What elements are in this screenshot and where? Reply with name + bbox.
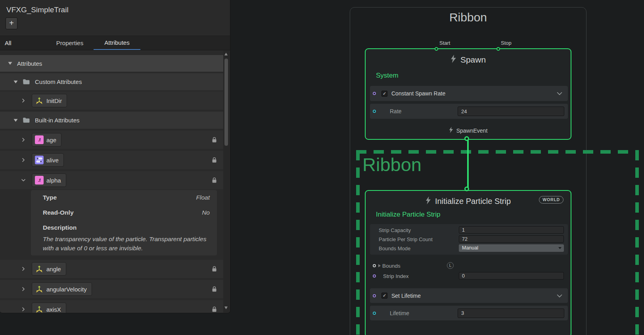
attribute-pill[interactable]: .f age bbox=[32, 133, 61, 147]
vector-type-icon bbox=[35, 96, 44, 105]
spawn-event-row: SpawnEvent bbox=[366, 127, 571, 134]
init-settings-box: Strip Capacity Particle Per Strip Count … bbox=[370, 224, 568, 255]
foldout-open-icon[interactable] bbox=[13, 119, 18, 122]
scrollbar-track[interactable] bbox=[223, 50, 229, 312]
chevron-down-icon[interactable] bbox=[557, 292, 562, 299]
attribute-pill[interactable]: alive bbox=[32, 153, 64, 167]
bounds-port-row: Bounds L bbox=[370, 261, 568, 270]
root-label: Attributes bbox=[17, 60, 42, 67]
bounds-label: Bounds bbox=[382, 263, 401, 269]
attribute-pill[interactable]: axisX bbox=[32, 303, 66, 313]
local-space-badge[interactable]: L bbox=[447, 262, 454, 269]
lock-icon bbox=[212, 286, 217, 292]
set-lifetime-checkbox[interactable]: ✓ bbox=[381, 293, 387, 299]
attribute-name: alpha bbox=[46, 177, 61, 184]
attributes-root-row[interactable]: Attributes bbox=[0, 55, 223, 72]
tab-all[interactable]: All bbox=[0, 36, 46, 50]
float-type-icon: .f bbox=[35, 135, 44, 144]
block-input-port[interactable] bbox=[373, 294, 376, 297]
particle-count-field[interactable] bbox=[459, 235, 564, 243]
description-label: Description bbox=[43, 224, 77, 231]
foldout-open-icon[interactable] bbox=[13, 80, 18, 84]
rate-value-field[interactable] bbox=[458, 107, 564, 116]
builtin-attributes-folder-row[interactable]: Built-in Attributes bbox=[0, 112, 223, 129]
attribute-pill[interactable]: .f alpha bbox=[32, 173, 66, 187]
space-toggle-badge[interactable]: WORLD bbox=[539, 196, 564, 204]
chevron-down-icon[interactable] bbox=[557, 90, 562, 97]
custom-attributes-folder-row[interactable]: Custom Attributes bbox=[0, 73, 223, 90]
particle-count-label: Particle Per Strip Count bbox=[379, 236, 433, 242]
spawn-rate-checkbox[interactable]: ✓ bbox=[381, 91, 387, 97]
folder-label: Custom Attributes bbox=[35, 78, 82, 85]
add-attribute-button[interactable]: + bbox=[6, 17, 17, 29]
rate-input-port[interactable] bbox=[373, 110, 376, 113]
attribute-pill[interactable]: InitDir bbox=[32, 94, 67, 107]
bolt-icon bbox=[449, 127, 453, 134]
attribute-name: angularVelocity bbox=[46, 286, 87, 293]
set-lifetime-block[interactable]: ✓ Set Lifetime bbox=[370, 288, 568, 303]
strip-index-port[interactable] bbox=[373, 274, 376, 278]
system-border-right bbox=[635, 150, 639, 335]
bounds-mode-dropdown[interactable]: Manual bbox=[459, 244, 564, 252]
attribute-row-axisx[interactable]: axisX bbox=[0, 300, 223, 313]
lifetime-input-port[interactable] bbox=[373, 312, 376, 315]
attribute-row-angle[interactable]: angle bbox=[0, 260, 223, 278]
initialize-particle-strip-node[interactable]: Initialize Particle Strip WORLD Initiali… bbox=[365, 190, 571, 335]
strip-capacity-field[interactable] bbox=[459, 226, 564, 234]
spawn-node[interactable]: Spawn System ✓ Constant Spawn Rate Rate … bbox=[365, 48, 571, 140]
strip-index-field[interactable] bbox=[459, 272, 564, 280]
tab-attributes[interactable]: Attributes bbox=[94, 36, 140, 50]
chevron-right-icon[interactable] bbox=[21, 158, 26, 162]
lock-icon bbox=[212, 137, 217, 143]
scroll-up-icon[interactable] bbox=[224, 53, 228, 55]
chevron-right-icon[interactable] bbox=[21, 137, 26, 142]
attribute-pill[interactable]: angle bbox=[32, 262, 66, 276]
stop-event-port[interactable] bbox=[496, 47, 500, 51]
spawn-context-label: System bbox=[376, 72, 399, 80]
lifetime-value-field[interactable] bbox=[458, 308, 564, 318]
spawn-node-title: Spawn bbox=[460, 55, 486, 65]
attribute-row-angularvelocity[interactable]: angularVelocity bbox=[0, 280, 223, 298]
flow-edge[interactable] bbox=[467, 140, 469, 191]
chevron-down-icon[interactable] bbox=[21, 178, 26, 183]
attribute-row-alpha[interactable]: .f alpha bbox=[0, 171, 223, 189]
asset-title: VFXG_SimpleTrail bbox=[6, 6, 69, 14]
lock-icon bbox=[212, 266, 217, 272]
bounds-input-port[interactable] bbox=[373, 264, 376, 267]
folder-icon bbox=[23, 79, 30, 85]
checkmark-icon: ✓ bbox=[383, 293, 386, 298]
type-label: Type bbox=[43, 194, 57, 201]
constant-spawn-rate-block[interactable]: ✓ Constant Spawn Rate bbox=[370, 86, 568, 101]
vfx-graph-window: Ribbon Ribbon Spawn System ✓ Constant Sp… bbox=[0, 0, 644, 335]
attribute-row-age[interactable]: .f age bbox=[0, 131, 223, 149]
attribute-row-initdir[interactable]: InitDir bbox=[0, 91, 223, 110]
vector-type-icon bbox=[35, 265, 44, 273]
spawn-event-label: SpawnEvent bbox=[456, 128, 488, 134]
chevron-right-icon[interactable] bbox=[21, 307, 26, 312]
expander-icon[interactable] bbox=[378, 264, 381, 267]
tab-properties[interactable]: Properties bbox=[46, 36, 94, 50]
start-port-label: Start bbox=[439, 40, 450, 46]
init-node-title: Initialize Particle Strip bbox=[435, 197, 511, 206]
folder-label: Built-in Attributes bbox=[35, 117, 80, 124]
attribute-pill[interactable]: angularVelocity bbox=[32, 282, 92, 296]
foldout-open-icon[interactable] bbox=[8, 62, 12, 65]
strip-index-row: Strip Index bbox=[370, 272, 568, 280]
chevron-right-icon[interactable] bbox=[21, 287, 26, 291]
bool-type-icon bbox=[35, 156, 44, 164]
spawn-output-flow-port[interactable] bbox=[464, 136, 469, 141]
particle-count-row: Particle Per Strip Count bbox=[370, 235, 568, 244]
chevron-right-icon[interactable] bbox=[21, 98, 26, 103]
init-input-flow-port[interactable] bbox=[464, 187, 469, 191]
attribute-name: alive bbox=[46, 157, 59, 164]
scroll-down-icon[interactable] bbox=[224, 306, 228, 309]
vector-type-icon bbox=[35, 285, 44, 293]
rate-row: Rate bbox=[370, 104, 568, 119]
block-input-port[interactable] bbox=[373, 92, 376, 95]
scrollbar-thumb[interactable] bbox=[224, 59, 228, 146]
bounds-mode-value: Manual bbox=[462, 245, 478, 251]
bounds-mode-row: Bounds Mode Manual bbox=[370, 244, 568, 253]
start-event-port[interactable] bbox=[435, 47, 438, 51]
chevron-right-icon[interactable] bbox=[21, 266, 26, 271]
attribute-row-alive[interactable]: alive bbox=[0, 151, 223, 169]
